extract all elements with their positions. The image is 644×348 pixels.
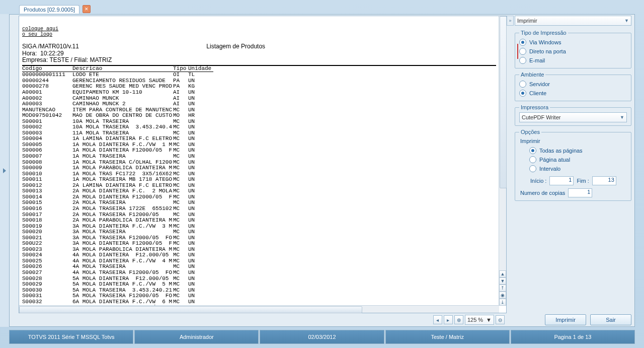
tab-title: Produtos [02.9.0005] <box>24 7 75 13</box>
table-row: S00027 4A MOLA TRASEIRA F12000/05 FO MC … <box>22 270 496 276</box>
zoom-out-button[interactable]: ⊖ <box>496 315 505 324</box>
status-user: Administrador <box>134 330 259 344</box>
legend-impressora: Impressora <box>519 104 550 110</box>
status-branch: Teste / Matriz <box>385 330 510 344</box>
print-preview: coloque aqui o seu logo SIGA /MATR010/v.… <box>19 16 507 313</box>
chevron-down-icon: ▼ <box>624 18 629 23</box>
legend-ambiente: Ambiente <box>519 72 545 78</box>
radio-icon <box>529 165 536 172</box>
page-next-button[interactable]: ▸ <box>444 315 453 324</box>
radio-email[interactable]: E-mail <box>519 56 627 65</box>
sidebar-expand-handle[interactable] <box>0 14 10 327</box>
logo-placeholder: coloque aqui o seu logo <box>22 26 58 38</box>
zoom-value: 125 % <box>467 317 483 323</box>
report-hora: Hora: 10:22:29 <box>22 50 64 57</box>
table-row: A00003 CAMINHAO MUNCK 2 AI UN <box>22 101 496 107</box>
printer-select[interactable]: CutePDF Writer▼ <box>519 112 627 122</box>
radio-icon <box>519 48 526 55</box>
exit-button[interactable]: Sair <box>590 314 631 325</box>
report-empresa: Empresa: TESTE / Filial: MATRIZ <box>22 56 112 63</box>
label-fim: Fim : <box>577 178 589 184</box>
table-row: S00020 3A MOLA TRASEIRA MC UN <box>22 229 496 235</box>
group-ambiente: Ambiente Servidor Cliente <box>515 72 631 101</box>
radio-cliente[interactable]: Cliente <box>519 89 627 98</box>
col-tipo: Tipo <box>173 66 188 72</box>
chevron-down-icon: ▼ <box>620 115 624 120</box>
scroll-mid-button[interactable]: ◉ <box>499 292 506 299</box>
radio-pagina-atual[interactable]: Página atual <box>529 155 627 164</box>
col-unidade: Unidade <box>188 66 213 72</box>
scroll-down-button[interactable]: ▼ <box>499 277 506 285</box>
preview-scrollbar-horizontal[interactable] <box>19 305 499 313</box>
print-button[interactable]: Imprimir <box>545 314 586 325</box>
tab-produtos[interactable]: Produtos [02.9.0005] <box>19 5 79 14</box>
radio-icon <box>519 39 526 46</box>
label-inicio: Início : <box>530 178 546 184</box>
radio-icon <box>529 156 536 163</box>
scroll-up-button[interactable]: ▲ <box>499 270 506 277</box>
legend-opcoes: Opções <box>519 129 541 135</box>
input-inicio[interactable]: 1 <box>549 176 574 185</box>
legend-tipo-impressao: Tipo de Impressão <box>519 30 568 36</box>
status-page: Pagina 1 de 13 <box>511 330 635 344</box>
col-codigo: Codigo <box>22 66 72 72</box>
radio-direto-porta[interactable]: Direto na porta <box>519 47 627 56</box>
scroll-top-button[interactable]: ⤒ <box>499 285 506 292</box>
group-impressora: Impressora CutePDF Writer▼ <box>515 104 631 126</box>
zoom-in-button[interactable]: ⊕ <box>454 315 463 324</box>
action-value: Imprimir <box>517 18 537 24</box>
radio-icon <box>529 147 536 154</box>
label-copias: Numero de copias <box>520 190 565 196</box>
radio-icon <box>519 81 526 88</box>
table-row: S00029 5A MOLA DIANTEIRA F.C./VW 5 M MC … <box>22 282 496 288</box>
zoom-select[interactable]: 125 %▼ <box>465 315 494 325</box>
scroll-bottom-button[interactable]: ⤓ <box>499 299 506 306</box>
input-fim[interactable]: 13 <box>592 176 616 185</box>
radio-servidor[interactable]: Servidor <box>519 80 627 89</box>
table-row: A00001 EQUIPAMENTO KM 10-110 AI UN <box>22 90 496 96</box>
magnifier-minus-icon: ⊖ <box>498 317 502 323</box>
group-opcoes: Opções Imprimir Todas as páginas Página … <box>515 129 631 201</box>
chevron-right-icon <box>3 168 7 173</box>
radio-icon <box>519 57 526 64</box>
close-tab-button[interactable]: ✕ <box>83 5 91 13</box>
printer-value: CutePDF Writer <box>522 114 560 120</box>
table-row: S00031 5A MOLA TRASEIRA F12000/05 FO MC … <box>22 293 496 299</box>
radio-via-windows[interactable]: Via Windows <box>519 38 627 47</box>
report-title: Listagem de Produtos <box>206 43 265 50</box>
table-row: S00018 2A MOLA PARABOLICA DIANTEIRA M MC… <box>22 218 496 224</box>
radio-intervalo[interactable]: Intervalo <box>529 164 627 173</box>
status-date: 02/03/2012 <box>260 330 384 344</box>
table-row: S00009 1A MOLA PARABOLICA DIANTEIRA M MC… <box>22 165 496 171</box>
col-descricao: Descricao <box>72 66 173 72</box>
table-row: S00016 2A MOLA TRASEIRA 1722E 655102 MC … <box>22 206 496 212</box>
panel-collapse-handle[interactable]: » <box>507 16 514 26</box>
status-product: TOTVS 2011 Série T MSSQL Totvs <box>9 330 133 344</box>
opcoes-sub: Imprimir <box>520 138 627 144</box>
table-row: S00007 1A MOLA TRASEIRA MC UN <box>22 154 496 160</box>
page-first-button[interactable]: ◂ <box>433 315 442 324</box>
magnifier-plus-icon: ⊕ <box>457 317 461 323</box>
group-tipo-impressao: Tipo de Impressão Via Windows Direto na … <box>515 30 631 68</box>
preview-scrollbar-vertical[interactable] <box>499 16 506 306</box>
radio-icon <box>519 90 526 97</box>
action-select[interactable]: Imprimir▼ <box>515 16 631 26</box>
chevron-down-icon: ▼ <box>486 317 492 323</box>
radio-todas-paginas[interactable]: Todas as páginas <box>529 146 627 155</box>
input-copias[interactable]: 1 <box>568 188 592 197</box>
report-siga: SIGA /MATR010/v.11 <box>22 43 79 50</box>
